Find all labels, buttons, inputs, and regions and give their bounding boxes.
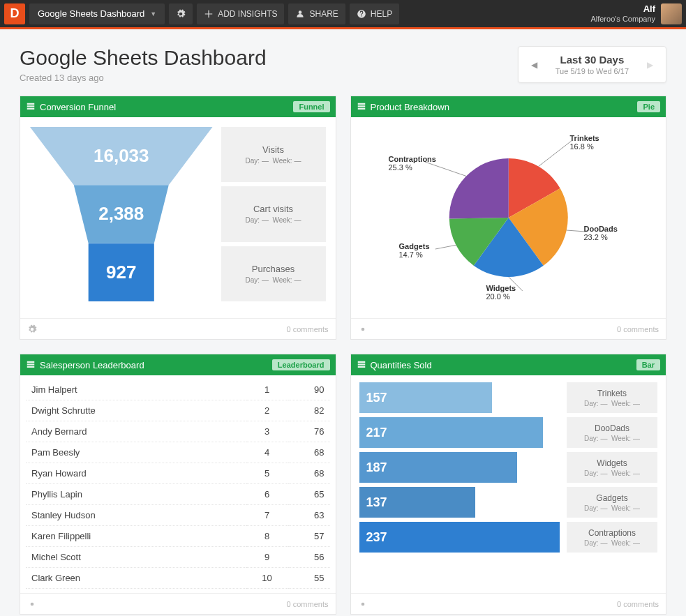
card-type-badge: Funnel	[293, 101, 329, 112]
bar-segment: 157	[359, 382, 492, 413]
bar-label: DooDadsDay: — Week: —	[567, 417, 657, 448]
bar-label: GadgetsDay: — Week: —	[567, 487, 657, 518]
bar-row: 217 DooDadsDay: — Week: —	[359, 417, 658, 448]
funnel-segment: 16,033	[30, 127, 213, 185]
card-gear-icon[interactable]	[358, 324, 368, 334]
bar-chart: 157 TrinketsDay: — Week: — 217 DooDadsDa…	[351, 375, 666, 593]
card-leaderboard: Salesperson Leaderboard Leaderboard Jim …	[20, 354, 336, 615]
bar-row: 137 GadgetsDay: — Week: —	[359, 487, 658, 518]
help-icon	[357, 9, 366, 19]
svg-line-3	[435, 245, 456, 249]
table-row: Jim Halpert190	[26, 380, 330, 400]
comments-count[interactable]: 0 comments	[287, 600, 329, 608]
card-gear-icon[interactable]	[27, 324, 37, 334]
funnel-segment: 927	[30, 243, 213, 301]
add-insights-button[interactable]: ADD INSIGHTS	[197, 3, 284, 24]
card-gear-icon[interactable]	[27, 599, 37, 609]
card-title: Product Breakdown	[371, 102, 449, 112]
card-conversion-funnel: Conversion Funnel Funnel 16,0332,388927 …	[20, 96, 336, 340]
avatar[interactable]	[661, 3, 682, 24]
bar-segment: 217	[359, 417, 543, 448]
date-range-label: Last 30 Days	[555, 54, 629, 66]
add-insights-label: ADD INSIGHTS	[218, 9, 277, 19]
plus-icon	[204, 9, 214, 19]
table-row: Stanley Hudson763	[26, 505, 330, 526]
table-row: Pam Beesly468	[26, 442, 330, 463]
funnel-stage-label: Cart visitsDay: — Week: —	[221, 186, 326, 241]
card-quantities-sold: Quantities Sold Bar 157 TrinketsDay: — W…	[350, 354, 667, 615]
user-company: Alferoo's Company	[590, 15, 655, 24]
table-row: Karen Filippelli857	[26, 526, 330, 547]
leaderboard-table: Jim Halpert190Dwight Schrutte282Andy Ber…	[26, 380, 330, 589]
card-header: Product Breakdown Pie	[351, 96, 666, 117]
pie-slice-label: Widgets20.0 %	[486, 284, 516, 301]
bar-row: 237 ContraptionsDay: — Week: —	[359, 522, 658, 553]
table-row: Andy Bernard376	[26, 421, 330, 442]
dashboard-selector[interactable]: Google Sheets Dashboard ▼	[29, 3, 165, 24]
funnel-stage-label: VisitsDay: — Week: —	[221, 127, 326, 182]
card-type-badge: Leaderboard	[272, 359, 330, 370]
bar-label: ContraptionsDay: — Week: —	[567, 522, 657, 553]
table-row: Michel Scott956	[26, 547, 330, 568]
date-range-text: Tue 5/19 to Wed 6/17	[555, 67, 629, 75]
user-name: Alf	[590, 3, 655, 15]
date-next-icon[interactable]: ▶	[647, 60, 653, 70]
card-title: Quantities Sold	[371, 360, 432, 370]
svg-line-0	[538, 141, 571, 167]
card-type-badge: Bar	[636, 359, 660, 370]
dashboard-name: Google Sheets Dashboard	[38, 8, 144, 19]
top-bar: D Google Sheets Dashboard ▼ ADD INSIGHTS…	[0, 0, 686, 29]
card-header: Conversion Funnel Funnel	[20, 96, 336, 117]
pie-slice-label: DooDads23.2 %	[584, 225, 618, 241]
bar-row: 187 WidgetsDay: — Week: —	[359, 452, 658, 483]
page-title: Google Sheets Dashboard	[20, 46, 267, 70]
card-title: Salesperson Leaderboard	[40, 360, 144, 370]
table-icon	[357, 360, 366, 370]
table-row: Clark Green1055	[26, 568, 330, 589]
table-row: Ryan Howard568	[26, 463, 330, 484]
pie-slice-label: Contraptions25.3 %	[389, 155, 436, 172]
table-row: Phyllis Lapin665	[26, 484, 330, 505]
comments-count[interactable]: 0 comments	[617, 325, 659, 333]
card-type-badge: Pie	[637, 101, 660, 112]
bar-segment: 187	[359, 452, 518, 483]
bar-segment: 237	[359, 522, 560, 553]
gear-icon	[176, 9, 186, 19]
card-header: Quantities Sold Bar	[351, 354, 666, 375]
table-icon	[26, 102, 36, 112]
card-header: Salesperson Leaderboard Leaderboard	[20, 354, 336, 375]
card-gear-icon[interactable]	[358, 599, 368, 609]
funnel-stage-label: PurchasesDay: — Week: —	[221, 246, 326, 301]
bar-label: WidgetsDay: — Week: —	[567, 452, 657, 483]
funnel-chart: 16,0332,388927	[30, 127, 213, 301]
chevron-down-icon: ▼	[150, 10, 156, 17]
date-range-picker[interactable]: ◀ Last 30 Days Tue 5/19 to Wed 6/17 ▶	[518, 46, 666, 83]
settings-button[interactable]	[169, 3, 193, 24]
table-icon	[357, 102, 366, 112]
pie-slice-label: Gadgets14.7 %	[399, 242, 430, 259]
bar-segment: 137	[359, 487, 475, 518]
date-prev-icon[interactable]: ◀	[531, 60, 537, 70]
svg-line-1	[566, 230, 585, 232]
bar-row: 157 TrinketsDay: — Week: —	[359, 382, 658, 413]
pie-slice-label: Trinkets16.8 %	[570, 134, 599, 151]
bar-label: TrinketsDay: — Week: —	[567, 382, 657, 413]
comments-count[interactable]: 0 comments	[617, 600, 659, 608]
pie-chart: Trinkets16.8 %DooDads23.2 %Widgets20.0 %…	[361, 127, 657, 308]
app-logo[interactable]: D	[4, 3, 25, 24]
table-icon	[26, 360, 36, 370]
user-icon	[295, 9, 305, 19]
funnel-segment: 2,388	[30, 185, 213, 243]
user-block[interactable]: Alf Alferoo's Company	[590, 3, 682, 24]
card-product-breakdown: Product Breakdown Pie Trinkets16.8 %DooD…	[350, 96, 667, 340]
card-title: Conversion Funnel	[40, 102, 116, 112]
help-button[interactable]: HELP	[350, 3, 399, 24]
table-row: Dwight Schrutte282	[26, 400, 330, 421]
share-label: SHARE	[309, 9, 338, 19]
page-subtitle: Created 13 days ago	[20, 73, 267, 83]
comments-count[interactable]: 0 comments	[287, 325, 329, 333]
help-label: HELP	[371, 9, 392, 19]
share-button[interactable]: SHARE	[288, 3, 345, 24]
